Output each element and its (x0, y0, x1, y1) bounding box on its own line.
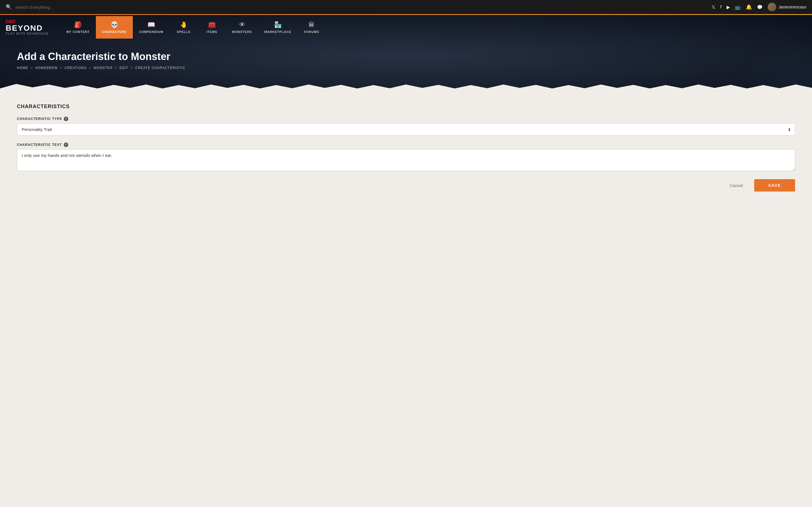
logo-area[interactable]: D&D BEYOND PLAY WITH ADVANTAGE (6, 15, 54, 40)
characters-icon: 💀 (110, 21, 118, 29)
facebook-icon[interactable]: f (720, 4, 721, 10)
nav-label-my-content: MY CONTENT (66, 30, 90, 34)
characteristic-text-help-icon[interactable]: ? (64, 143, 68, 147)
top-bar: 🔍 𝕏 f ▶ 📺 🔔 💬 JamesIntrocaso (0, 0, 812, 14)
breadcrumb-home[interactable]: HOME (17, 66, 28, 70)
monsters-icon: 👁 (239, 21, 245, 29)
breadcrumb: HOME // HOMEBREW // CREATIONS // MONSTER… (17, 66, 795, 70)
top-bar-right: 𝕏 f ▶ 📺 🔔 💬 JamesIntrocaso (712, 3, 806, 11)
user-menu[interactable]: JamesIntrocaso (768, 3, 806, 11)
hero-content: Add a Characteristic to Monster HOME // … (0, 40, 812, 84)
logo-tagline: PLAY WITH ADVANTAGE (6, 32, 49, 35)
twitter-icon[interactable]: 𝕏 (712, 4, 715, 10)
breadcrumb-sep-3: // (89, 66, 91, 70)
nav-label-items: ITEMS (206, 30, 217, 34)
characteristic-text-label: CHARACTERISTIC TEXT ? (17, 143, 795, 147)
main-nav: D&D BEYOND PLAY WITH ADVANTAGE 🎒 MY CONT… (0, 15, 812, 40)
characteristic-type-group: CHARACTERISTIC TYPE ? Personality Trait … (17, 117, 795, 135)
nav-items: 🎒 MY CONTENT 💀 CHARACTERS 📖 COMPENDIUM 🤚… (60, 16, 326, 39)
nav-label-forums: FORUMS (304, 30, 319, 34)
characteristic-text-label-text: CHARACTERISTIC TEXT (17, 143, 62, 147)
breadcrumb-homebrew[interactable]: HOMEBREW (35, 66, 58, 70)
forums-icon: 🏛 (308, 21, 315, 29)
breadcrumb-monster[interactable]: MONSTER (94, 66, 112, 70)
breadcrumb-creations[interactable]: CREATIONS (64, 66, 87, 70)
breadcrumb-sep-2: // (60, 66, 63, 70)
username: JamesIntrocaso (778, 5, 806, 9)
top-bar-left: 🔍 (6, 4, 77, 10)
characteristic-type-help-icon[interactable]: ? (64, 117, 68, 121)
nav-item-my-content[interactable]: 🎒 MY CONTENT (60, 16, 96, 39)
twitch-icon[interactable]: 📺 (735, 4, 741, 10)
search-input[interactable] (15, 5, 77, 10)
characteristic-type-label-text: CHARACTERISTIC TYPE (17, 117, 62, 121)
search-icon[interactable]: 🔍 (6, 4, 12, 10)
nav-item-compendium[interactable]: 📖 COMPENDIUM (133, 16, 169, 39)
compendium-icon: 📖 (147, 21, 155, 29)
characteristic-type-select-wrapper: Personality Trait Ideal Bond Flaw ⬍ (17, 123, 795, 135)
form-actions: Cancel SAVE (17, 179, 795, 191)
characteristics-section-title: CHARACTERISTICS (17, 104, 795, 110)
nav-item-items[interactable]: 🧰 ITEMS (198, 16, 226, 39)
hero-section: D&D BEYOND PLAY WITH ADVANTAGE 🎒 MY CONT… (0, 15, 812, 95)
notification-icon[interactable]: 🔔 (746, 4, 752, 10)
nav-item-marketplace[interactable]: 🏪 MARKETPLACE (258, 16, 297, 39)
characteristic-text-group: CHARACTERISTIC TEXT ? (17, 143, 795, 172)
marketplace-icon: 🏪 (274, 21, 282, 29)
nav-label-spells: SPELLS (177, 30, 191, 34)
nav-label-monsters: MONSTERS (232, 30, 252, 34)
save-button[interactable]: SAVE (754, 179, 795, 191)
nav-label-compendium: COMPENDIUM (139, 30, 163, 34)
cancel-button[interactable]: Cancel (724, 180, 749, 191)
logo-beyond: BEYOND (6, 24, 49, 32)
chat-icon[interactable]: 💬 (757, 4, 763, 10)
nav-item-spells[interactable]: 🤚 SPELLS (169, 16, 198, 39)
youtube-icon[interactable]: ▶ (726, 4, 730, 10)
nav-label-characters: CHARACTERS (102, 30, 126, 34)
page-title: Add a Characteristic to Monster (17, 51, 795, 62)
breadcrumb-sep-1: // (31, 66, 33, 70)
breadcrumb-sep-5: // (131, 66, 133, 70)
nav-item-characters[interactable]: 💀 CHARACTERS (96, 16, 133, 39)
breadcrumb-create-characteristic[interactable]: CREATE CHARACTERISTIC (135, 66, 185, 70)
breadcrumb-edit[interactable]: EDIT (119, 66, 128, 70)
avatar (768, 3, 776, 11)
nav-label-marketplace: MARKETPLACE (264, 30, 291, 34)
breadcrumb-sep-4: // (115, 66, 117, 70)
items-icon: 🧰 (208, 21, 216, 29)
my-content-icon: 🎒 (74, 21, 82, 29)
characteristic-type-label: CHARACTERISTIC TYPE ? (17, 117, 795, 121)
characteristic-type-select[interactable]: Personality Trait Ideal Bond Flaw (17, 123, 795, 135)
spells-icon: 🤚 (180, 21, 188, 29)
nav-item-forums[interactable]: 🏛 FORUMS (297, 16, 326, 39)
nav-item-monsters[interactable]: 👁 MONSTERS (226, 16, 258, 39)
main-content: CHARACTERISTICS CHARACTERISTIC TYPE ? Pe… (0, 95, 812, 236)
characteristic-text-textarea[interactable] (17, 149, 795, 171)
